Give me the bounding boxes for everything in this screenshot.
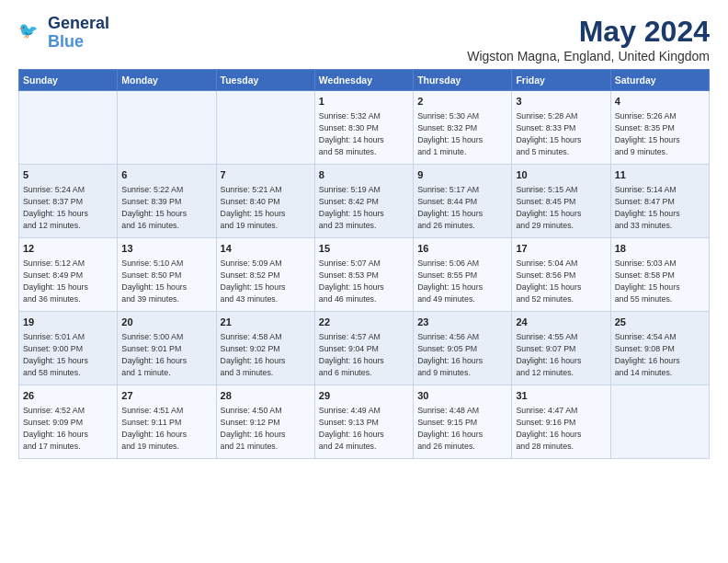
day-cell: 22Sunrise: 4:57 AM Sunset: 9:04 PM Dayli… <box>314 312 413 385</box>
week-row-3: 12Sunrise: 5:12 AM Sunset: 8:49 PM Dayli… <box>19 238 710 312</box>
day-number: 1 <box>319 95 409 109</box>
title-block: May 2024 Wigston Magna, England, United … <box>467 15 710 63</box>
day-cell: 24Sunrise: 4:55 AM Sunset: 9:07 PM Dayli… <box>512 312 610 385</box>
logo: 🐦 General Blue <box>18 15 109 52</box>
day-cell: 20Sunrise: 5:00 AM Sunset: 9:01 PM Dayli… <box>118 312 216 385</box>
day-info: Sunrise: 5:00 AM Sunset: 9:01 PM Dayligh… <box>121 331 211 378</box>
day-info: Sunrise: 5:28 AM Sunset: 8:33 PM Dayligh… <box>516 110 606 157</box>
day-info: Sunrise: 5:26 AM Sunset: 8:35 PM Dayligh… <box>615 110 705 157</box>
day-info: Sunrise: 4:48 AM Sunset: 9:15 PM Dayligh… <box>417 405 507 452</box>
day-cell: 5Sunrise: 5:24 AM Sunset: 8:37 PM Daylig… <box>19 165 118 238</box>
day-cell: 2Sunrise: 5:30 AM Sunset: 8:32 PM Daylig… <box>414 91 512 165</box>
day-number: 24 <box>516 316 606 329</box>
day-number: 21 <box>221 316 311 329</box>
day-number: 7 <box>221 168 311 182</box>
day-cell: 27Sunrise: 4:51 AM Sunset: 9:11 PM Dayli… <box>118 385 216 459</box>
day-number: 29 <box>319 389 409 403</box>
day-cell: 1Sunrise: 5:32 AM Sunset: 8:30 PM Daylig… <box>314 91 413 165</box>
day-cell <box>216 91 314 165</box>
day-cell: 21Sunrise: 4:58 AM Sunset: 9:02 PM Dayli… <box>216 312 314 385</box>
day-cell: 30Sunrise: 4:48 AM Sunset: 9:15 PM Dayli… <box>414 385 512 459</box>
col-tuesday: Tuesday <box>216 70 314 91</box>
day-info: Sunrise: 5:01 AM Sunset: 9:00 PM Dayligh… <box>23 331 113 378</box>
svg-text:🐦: 🐦 <box>18 21 39 40</box>
week-row-4: 19Sunrise: 5:01 AM Sunset: 9:00 PM Dayli… <box>19 312 710 385</box>
day-number: 22 <box>319 316 409 329</box>
day-info: Sunrise: 5:04 AM Sunset: 8:56 PM Dayligh… <box>516 258 606 304</box>
col-wednesday: Wednesday <box>314 70 413 91</box>
day-number: 5 <box>23 168 113 182</box>
day-cell: 26Sunrise: 4:52 AM Sunset: 9:09 PM Dayli… <box>19 385 118 459</box>
day-cell: 31Sunrise: 4:47 AM Sunset: 9:16 PM Dayli… <box>512 385 610 459</box>
day-info: Sunrise: 4:57 AM Sunset: 9:04 PM Dayligh… <box>319 331 409 378</box>
day-info: Sunrise: 4:58 AM Sunset: 9:02 PM Dayligh… <box>221 331 311 378</box>
day-number: 13 <box>121 242 211 256</box>
day-info: Sunrise: 5:07 AM Sunset: 8:53 PM Dayligh… <box>319 258 409 304</box>
day-info: Sunrise: 4:50 AM Sunset: 9:12 PM Dayligh… <box>221 405 311 452</box>
day-info: Sunrise: 5:10 AM Sunset: 8:50 PM Dayligh… <box>121 258 211 304</box>
subtitle: Wigston Magna, England, United Kingdom <box>467 49 710 63</box>
day-info: Sunrise: 5:03 AM Sunset: 8:58 PM Dayligh… <box>615 258 705 304</box>
day-info: Sunrise: 5:09 AM Sunset: 8:52 PM Dayligh… <box>221 258 311 304</box>
calendar-page: 🐦 General Blue May 2024 Wigston Magna, E… <box>0 0 728 563</box>
col-friday: Friday <box>512 70 610 91</box>
day-number: 30 <box>417 389 507 403</box>
day-info: Sunrise: 5:30 AM Sunset: 8:32 PM Dayligh… <box>417 110 507 157</box>
day-info: Sunrise: 5:32 AM Sunset: 8:30 PM Dayligh… <box>319 110 409 157</box>
day-info: Sunrise: 4:55 AM Sunset: 9:07 PM Dayligh… <box>516 331 606 378</box>
day-number: 11 <box>615 168 705 182</box>
day-number: 15 <box>319 242 409 256</box>
col-monday: Monday <box>118 70 216 91</box>
day-info: Sunrise: 4:47 AM Sunset: 9:16 PM Dayligh… <box>516 405 606 452</box>
day-cell: 29Sunrise: 4:49 AM Sunset: 9:13 PM Dayli… <box>314 385 413 459</box>
day-cell: 7Sunrise: 5:21 AM Sunset: 8:40 PM Daylig… <box>216 165 314 238</box>
day-number: 4 <box>615 95 705 109</box>
day-number: 23 <box>417 316 507 329</box>
col-thursday: Thursday <box>414 70 512 91</box>
header: 🐦 General Blue May 2024 Wigston Magna, E… <box>18 15 710 63</box>
day-cell: 10Sunrise: 5:15 AM Sunset: 8:45 PM Dayli… <box>512 165 610 238</box>
day-number: 2 <box>417 95 507 109</box>
day-cell: 13Sunrise: 5:10 AM Sunset: 8:50 PM Dayli… <box>118 238 216 312</box>
day-info: Sunrise: 4:54 AM Sunset: 9:08 PM Dayligh… <box>615 331 705 378</box>
week-row-1: 1Sunrise: 5:32 AM Sunset: 8:30 PM Daylig… <box>19 91 710 165</box>
day-info: Sunrise: 4:51 AM Sunset: 9:11 PM Dayligh… <box>121 405 211 452</box>
day-info: Sunrise: 5:12 AM Sunset: 8:49 PM Dayligh… <box>23 258 113 304</box>
day-info: Sunrise: 4:56 AM Sunset: 9:05 PM Dayligh… <box>417 331 507 378</box>
day-number: 20 <box>121 316 211 329</box>
week-row-5: 26Sunrise: 4:52 AM Sunset: 9:09 PM Dayli… <box>19 385 710 459</box>
day-cell: 6Sunrise: 5:22 AM Sunset: 8:39 PM Daylig… <box>118 165 216 238</box>
day-number: 6 <box>121 168 211 182</box>
day-number: 27 <box>121 389 211 403</box>
day-cell: 17Sunrise: 5:04 AM Sunset: 8:56 PM Dayli… <box>512 238 610 312</box>
day-number: 17 <box>516 242 606 256</box>
day-cell: 4Sunrise: 5:26 AM Sunset: 8:35 PM Daylig… <box>610 91 709 165</box>
day-cell: 16Sunrise: 5:06 AM Sunset: 8:55 PM Dayli… <box>414 238 512 312</box>
day-cell: 23Sunrise: 4:56 AM Sunset: 9:05 PM Dayli… <box>414 312 512 385</box>
col-sunday: Sunday <box>19 70 118 91</box>
day-cell: 18Sunrise: 5:03 AM Sunset: 8:58 PM Dayli… <box>610 238 709 312</box>
main-title: May 2024 <box>467 15 710 49</box>
day-cell: 25Sunrise: 4:54 AM Sunset: 9:08 PM Dayli… <box>610 312 709 385</box>
day-number: 3 <box>516 95 606 109</box>
day-number: 10 <box>516 168 606 182</box>
day-number: 28 <box>221 389 311 403</box>
day-info: Sunrise: 5:17 AM Sunset: 8:44 PM Dayligh… <box>417 184 507 231</box>
day-cell: 3Sunrise: 5:28 AM Sunset: 8:33 PM Daylig… <box>512 91 610 165</box>
header-row: Sunday Monday Tuesday Wednesday Thursday… <box>19 70 710 91</box>
day-info: Sunrise: 5:21 AM Sunset: 8:40 PM Dayligh… <box>221 184 311 231</box>
day-cell: 19Sunrise: 5:01 AM Sunset: 9:00 PM Dayli… <box>19 312 118 385</box>
day-cell: 15Sunrise: 5:07 AM Sunset: 8:53 PM Dayli… <box>314 238 413 312</box>
day-number: 25 <box>615 316 705 329</box>
day-info: Sunrise: 5:06 AM Sunset: 8:55 PM Dayligh… <box>417 258 507 304</box>
day-info: Sunrise: 5:19 AM Sunset: 8:42 PM Dayligh… <box>319 184 409 231</box>
logo-text: General Blue <box>48 15 109 52</box>
day-cell: 14Sunrise: 5:09 AM Sunset: 8:52 PM Dayli… <box>216 238 314 312</box>
col-saturday: Saturday <box>610 70 709 91</box>
day-cell: 11Sunrise: 5:14 AM Sunset: 8:47 PM Dayli… <box>610 165 709 238</box>
week-row-2: 5Sunrise: 5:24 AM Sunset: 8:37 PM Daylig… <box>19 165 710 238</box>
day-number: 9 <box>417 168 507 182</box>
day-info: Sunrise: 5:22 AM Sunset: 8:39 PM Dayligh… <box>121 184 211 231</box>
day-cell <box>118 91 216 165</box>
day-number: 31 <box>516 389 606 403</box>
